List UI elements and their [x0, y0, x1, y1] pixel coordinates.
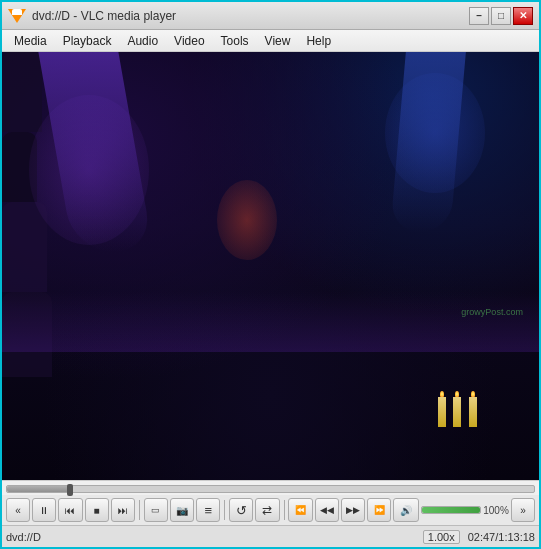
step-fwd-button[interactable]: ▶▶ — [341, 498, 365, 522]
stage-glow — [2, 292, 539, 352]
stop-button[interactable]: ■ — [85, 498, 109, 522]
candles — [436, 397, 496, 437]
seek-progress — [7, 486, 70, 492]
status-bar: dvd://D 1.00x 02:47/1:13:18 — [2, 525, 539, 547]
frame-icon: ▭ — [151, 505, 160, 515]
frame-fwd-button[interactable]: ⏩ — [367, 498, 391, 522]
video-area[interactable]: growyPost.com — [2, 52, 539, 480]
seek-handle[interactable] — [67, 484, 73, 496]
source-label: dvd://D — [6, 531, 41, 543]
frame-back-button[interactable]: ⏪ — [288, 498, 312, 522]
candle-2 — [453, 397, 461, 427]
menu-audio[interactable]: Audio — [119, 32, 166, 50]
skip-back-button[interactable]: « — [6, 498, 30, 522]
step-back-button[interactable]: ◀◀ — [315, 498, 339, 522]
separator-3 — [284, 500, 285, 520]
volume-label: 100% — [483, 505, 509, 516]
title-bar-left: dvd://D - VLC media player — [8, 9, 176, 23]
close-button[interactable]: ✕ — [513, 7, 533, 25]
separator-1 — [139, 500, 140, 520]
seek-bar-area — [2, 480, 539, 495]
minimize-button[interactable]: – — [469, 7, 489, 25]
step-fwd-icon: ▶▶ — [346, 505, 360, 515]
prev-button[interactable]: ⏮ — [58, 498, 82, 522]
performer-3 — [2, 202, 47, 292]
light-beam-right — [391, 52, 467, 232]
video-canvas: growyPost.com — [2, 52, 539, 480]
skip-fwd-button[interactable]: » — [511, 498, 535, 522]
snapshot-icon: 📷 — [176, 505, 188, 516]
volume-slider[interactable] — [421, 506, 481, 514]
separator-2 — [224, 500, 225, 520]
controls-area: « ⏸ ⏮ ■ ⏭ ▭ 📷 — [2, 495, 539, 525]
status-right: 1.00x 02:47/1:13:18 — [423, 530, 535, 544]
loop-button[interactable]: ↺ — [229, 498, 253, 522]
menu-bar: Media Playback Audio Video Tools View He… — [2, 30, 539, 52]
performer-1 — [2, 52, 42, 132]
equalizer-icon: ≡ — [204, 503, 212, 518]
candle-3 — [469, 397, 477, 427]
prev-icon: ⏮ — [65, 505, 75, 516]
maximize-button[interactable]: □ — [491, 7, 511, 25]
window-controls: – □ ✕ — [469, 7, 533, 25]
equalizer-button[interactable]: ≡ — [196, 498, 220, 522]
time-display: 02:47/1:13:18 — [468, 531, 535, 543]
volume-button[interactable]: 🔊 — [393, 498, 419, 522]
volume-area: 🔊 100% — [393, 498, 509, 522]
shuffle-icon: ⇄ — [262, 503, 272, 517]
vlc-window: dvd://D - VLC media player – □ ✕ Media P… — [0, 0, 541, 549]
menu-view[interactable]: View — [257, 32, 299, 50]
seek-bar[interactable] — [6, 485, 535, 493]
volume-fill — [422, 507, 480, 513]
loop-icon: ↺ — [236, 503, 247, 518]
menu-playback[interactable]: Playback — [55, 32, 120, 50]
shuffle-button[interactable]: ⇄ — [255, 498, 279, 522]
speed-badge: 1.00x — [423, 530, 460, 544]
next-button[interactable]: ⏭ — [111, 498, 135, 522]
pause-button[interactable]: ⏸ — [32, 498, 56, 522]
controls-row: « ⏸ ⏮ ■ ⏭ ▭ 📷 — [6, 498, 535, 522]
stop-icon: ■ — [94, 505, 100, 516]
step-back-icon: ◀◀ — [320, 505, 334, 515]
snapshot-button[interactable]: 📷 — [170, 498, 194, 522]
skip-fwd-icon: » — [520, 505, 526, 516]
menu-help[interactable]: Help — [298, 32, 339, 50]
frame-back-icon: ⏪ — [295, 505, 306, 515]
menu-video[interactable]: Video — [166, 32, 212, 50]
pause-icon: ⏸ — [39, 505, 49, 516]
frame-fwd-icon: ⏩ — [374, 505, 385, 515]
frame-button[interactable]: ▭ — [144, 498, 168, 522]
menu-media[interactable]: Media — [6, 32, 55, 50]
menu-tools[interactable]: Tools — [213, 32, 257, 50]
performer-highlight — [217, 180, 277, 260]
vlc-icon — [8, 9, 26, 23]
window-title: dvd://D - VLC media player — [32, 9, 176, 23]
title-bar: dvd://D - VLC media player – □ ✕ — [2, 2, 539, 30]
skip-back-icon: « — [15, 505, 21, 516]
next-icon: ⏭ — [118, 505, 128, 516]
volume-icon: 🔊 — [400, 505, 412, 516]
candle-1 — [438, 397, 446, 427]
